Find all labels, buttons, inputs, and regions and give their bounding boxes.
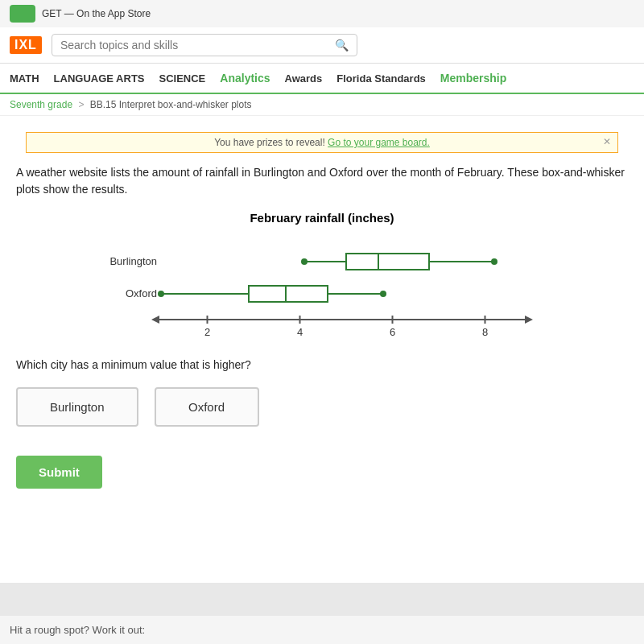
- nav-item-analytics[interactable]: Analytics: [220, 64, 270, 93]
- nav-item-membership[interactable]: Membership: [440, 64, 506, 93]
- nav-item-science[interactable]: SCIENCE: [159, 64, 206, 93]
- breadcrumb-skill: BB.15 Interpret box-and-whisker plots: [90, 99, 252, 110]
- choices-container: Burlington Oxford: [16, 387, 628, 427]
- svg-rect-8: [249, 286, 328, 302]
- main-content: You have prizes to reveal! Go to your ga…: [0, 116, 644, 583]
- bottom-hint: Hit a rough spot? Work it out:: [0, 616, 644, 644]
- logo-text: IXL: [14, 38, 37, 52]
- svg-text:6: 6: [390, 326, 395, 338]
- breadcrumb-grade[interactable]: Seventh grade: [10, 99, 72, 110]
- svg-point-5: [491, 258, 497, 265]
- app-icon: [10, 5, 35, 23]
- nav-item-math[interactable]: MATH: [10, 64, 39, 93]
- chart-title: February rainfall (inches): [16, 211, 628, 225]
- notification-link[interactable]: Go to your game board.: [328, 137, 430, 148]
- svg-text:2: 2: [204, 326, 210, 338]
- nav-item-florida[interactable]: Florida Standards: [336, 64, 426, 93]
- hint-text: Hit a rough spot? Work it out:: [10, 624, 145, 636]
- search-icon: 🔍: [335, 39, 349, 52]
- chart-container: Burlington Oxford: [97, 239, 547, 347]
- svg-text:4: 4: [297, 326, 303, 338]
- nav-bar: MATH LANGUAGE ARTS SCIENCE Analytics Awa…: [0, 64, 644, 94]
- svg-point-7: [158, 291, 164, 297]
- submit-button[interactable]: Submit: [16, 456, 102, 489]
- search-bar[interactable]: 🔍: [52, 34, 357, 56]
- notification-banner: You have prizes to reveal! Go to your ga…: [26, 132, 618, 153]
- breadcrumb-separator: >: [78, 99, 84, 110]
- app-banner: GET — On the App Store: [0, 0, 644, 27]
- svg-text:8: 8: [482, 326, 488, 338]
- choice-oxford[interactable]: Oxford: [155, 387, 259, 427]
- svg-marker-14: [525, 316, 533, 324]
- search-input[interactable]: [60, 39, 332, 52]
- svg-rect-2: [346, 254, 429, 270]
- question-text: A weather website lists the amount of ra…: [16, 164, 628, 198]
- svg-marker-13: [151, 316, 159, 324]
- app-banner-text: GET — On the App Store: [42, 8, 151, 19]
- breadcrumb: Seventh grade > BB.15 Interpret box-and-…: [0, 94, 644, 116]
- header: IXL 🔍: [0, 27, 644, 64]
- nav-item-awards[interactable]: Awards: [285, 64, 323, 93]
- notification-text: You have prizes to reveal! Go to your ga…: [214, 137, 430, 148]
- oxford-label: Oxford: [126, 287, 157, 299]
- svg-point-1: [301, 258, 308, 265]
- burlington-label: Burlington: [109, 255, 157, 267]
- which-question: Which city has a minimum value that is h…: [16, 358, 628, 371]
- ixl-logo[interactable]: IXL: [10, 36, 42, 54]
- svg-point-11: [380, 291, 386, 297]
- nav-item-language-arts[interactable]: LANGUAGE ARTS: [54, 64, 145, 93]
- close-icon[interactable]: ✕: [603, 136, 611, 147]
- box-whisker-svg: Burlington Oxford: [97, 239, 547, 344]
- choice-burlington[interactable]: Burlington: [16, 387, 138, 427]
